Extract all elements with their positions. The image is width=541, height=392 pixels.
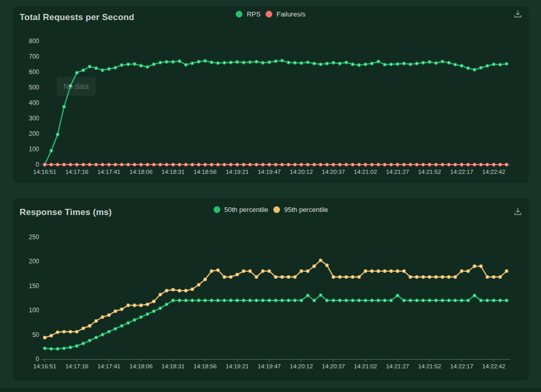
x-axis-tick-label: 14:21:02 (354, 169, 377, 175)
data-point-center (115, 328, 116, 329)
data-point-center (179, 290, 180, 291)
data-point-center (448, 164, 449, 165)
data-point-center (474, 265, 475, 266)
data-point-center (288, 300, 289, 301)
data-point-center (487, 65, 488, 66)
series-line (45, 295, 507, 349)
data-point-center (211, 300, 212, 301)
data-point-center (307, 62, 308, 63)
data-point-center (404, 271, 405, 272)
x-axis-tick-label: 14:18:06 (130, 169, 153, 175)
data-point-center (70, 331, 71, 332)
data-point-center (320, 64, 321, 65)
data-point-center (320, 294, 321, 295)
data-point-center (70, 347, 71, 348)
data-point-center (63, 106, 64, 107)
data-point-center (313, 63, 315, 64)
data-point-center (487, 276, 488, 277)
data-point-center (371, 63, 372, 64)
data-point-center (345, 300, 346, 301)
download-chart-button[interactable] (512, 205, 524, 218)
data-point-center (391, 271, 392, 272)
data-point-center (134, 319, 135, 320)
legend-item-rps[interactable]: RPS (236, 11, 260, 17)
legend-item-50th-percentile[interactable]: 50th percentile (214, 206, 268, 213)
data-point-center (410, 164, 411, 165)
data-point-center (358, 164, 359, 165)
data-point-center (70, 164, 71, 165)
data-point-center (294, 62, 295, 63)
x-axis-tick-label: 14:20:12 (290, 169, 313, 175)
data-point-center (423, 62, 424, 63)
total-requests-panel: 010020030040050060070080014:16:5114:17:1… (13, 7, 529, 183)
data-point-center (179, 164, 180, 165)
data-point-center (160, 164, 161, 165)
data-point-center (250, 271, 251, 272)
data-point-center (50, 150, 51, 151)
data-point-center (435, 62, 437, 63)
data-point-center (288, 62, 289, 63)
data-point-center (301, 164, 302, 165)
data-point-center (397, 63, 398, 64)
data-point-center (500, 64, 501, 65)
data-point-center (326, 264, 327, 265)
data-point-center (365, 64, 366, 65)
data-point-center (500, 276, 501, 277)
data-point-center (282, 300, 283, 301)
data-point-center (160, 62, 161, 63)
data-point-center (217, 270, 218, 271)
data-point-center (83, 328, 84, 329)
data-point-center (358, 64, 359, 65)
data-point-center (269, 164, 270, 165)
chart-plot-area: 05010015020025014:16:5114:17:1614:17:411… (13, 198, 529, 381)
data-point-center (429, 61, 430, 62)
data-point-center (345, 276, 346, 277)
x-axis-tick-label: 14:21:52 (418, 169, 441, 175)
data-point-center (442, 164, 443, 165)
data-point-center (384, 271, 385, 272)
legend-label: 95th percentile (284, 206, 328, 213)
series-points (43, 293, 509, 350)
data-point-center (467, 300, 468, 301)
data-point-center (96, 164, 97, 165)
next-panel-edge (0, 388, 541, 392)
data-point-center (384, 300, 385, 301)
response-times-chart-canvas[interactable]: 05010015020025014:16:5114:17:1614:17:411… (13, 198, 529, 381)
data-point-center (429, 276, 430, 277)
x-axis-tick-label: 14:21:27 (386, 363, 409, 369)
chart-title: Total Requests per Second (20, 12, 134, 23)
rps-chart-canvas[interactable]: 010020030040050060070080014:16:5114:17:1… (13, 7, 529, 183)
data-point-center (442, 61, 443, 62)
data-point-center (102, 164, 103, 165)
data-point-center (172, 61, 173, 62)
data-point-center (275, 164, 276, 165)
x-axis-tick-label: 14:21:52 (418, 363, 441, 369)
data-point-center (147, 313, 148, 314)
legend-item-failures-s[interactable]: Failures/s (266, 11, 305, 17)
data-point-center (57, 164, 58, 165)
data-point-center (506, 63, 507, 64)
x-axis-tick-label: 14:18:06 (130, 363, 153, 369)
legend-dot (214, 206, 220, 213)
data-point-center (339, 63, 340, 64)
data-point-center (134, 164, 135, 165)
data-point-center (198, 300, 199, 301)
data-point-center (211, 62, 212, 63)
data-point-center (333, 164, 334, 165)
data-point-center (256, 300, 257, 301)
data-point-center (301, 62, 302, 63)
y-axis-tick-label: 500 (29, 84, 39, 91)
data-point-center (333, 276, 334, 277)
chart-plot-area: 010020030040050060070080014:16:5114:17:1… (13, 7, 529, 183)
data-point-center (365, 271, 366, 272)
download-chart-button[interactable] (512, 8, 524, 20)
data-point-center (76, 345, 77, 346)
data-point-center (96, 67, 97, 68)
legend-item-95th-percentile[interactable]: 95th percentile (273, 206, 328, 213)
data-point-center (493, 300, 494, 301)
data-point-center (429, 300, 430, 301)
data-point-center (243, 62, 244, 63)
data-point-center (365, 300, 366, 301)
data-point-center (185, 64, 186, 65)
data-point-center (352, 276, 353, 277)
